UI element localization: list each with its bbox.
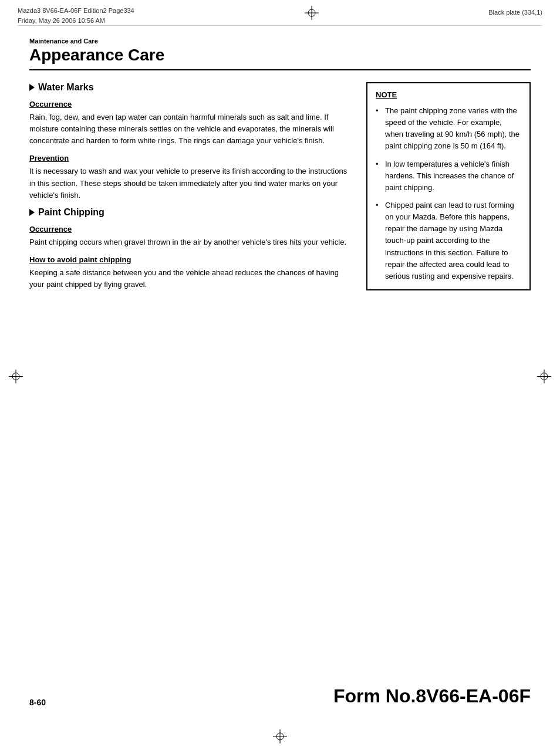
two-col-layout: Water Marks Occurrence Rain, fog, dew, a… <box>29 82 531 296</box>
occurrence-text-water: Rain, fog, dew, and even tap water can c… <box>29 111 349 147</box>
occurrence-heading-water: Occurrence <box>29 100 349 109</box>
triangle-bullet-paint <box>29 209 35 216</box>
triangle-bullet-water <box>29 84 35 91</box>
left-column: Water Marks Occurrence Rain, fog, dew, a… <box>29 82 349 296</box>
note-title: NOTE <box>376 90 521 99</box>
top-center-reg-mark <box>305 6 319 22</box>
section-title: Appearance Care <box>29 46 531 65</box>
prevention-heading: Prevention <box>29 154 349 163</box>
left-reg-mark <box>9 369 23 385</box>
note-list: The paint chipping zone varies with the … <box>376 105 521 282</box>
main-content: Maintenance and Care Appearance Care Wat… <box>0 26 560 308</box>
how-to-avoid-heading: How to avoid paint chipping <box>29 255 349 264</box>
water-marks-heading: Water Marks <box>29 82 349 93</box>
bottom-center-reg-mark <box>273 729 287 745</box>
page-container: Mazda3 8V66-EA-06F Edition2 Page334 Frid… <box>0 0 560 754</box>
occurrence-text-paint: Paint chipping occurs when gravel thrown… <box>29 236 349 248</box>
top-header: Mazda3 8V66-EA-06F Edition2 Page334 Frid… <box>0 0 560 25</box>
paint-chipping-heading: Paint Chipping <box>29 207 349 218</box>
section-label: Maintenance and Care <box>29 38 531 45</box>
prevention-text: It is necessary to wash and wax your veh… <box>29 165 349 201</box>
note-box: NOTE The paint chipping zone varies with… <box>366 82 531 290</box>
header-left: Mazda3 8V66-EA-06F Edition2 Page334 Frid… <box>18 6 134 25</box>
note-item-2: In low temperatures a vehicle's finish h… <box>376 158 521 194</box>
right-reg-mark <box>537 369 551 385</box>
form-number: Form No.8V66-EA-06F <box>333 685 531 707</box>
page-bottom: 8-60 Form No.8V66-EA-06F <box>29 685 531 707</box>
note-item-1: The paint chipping zone varies with the … <box>376 105 521 153</box>
title-divider <box>29 69 531 70</box>
how-to-avoid-text: Keeping a safe distance between you and … <box>29 267 349 290</box>
page-number: 8-60 <box>29 698 46 707</box>
header-left-line2: Friday, May 26 2006 10:56 AM <box>18 16 134 26</box>
water-marks-title: Water Marks <box>38 82 94 93</box>
occurrence-heading-paint: Occurrence <box>29 225 349 234</box>
right-column: NOTE The paint chipping zone varies with… <box>366 82 531 290</box>
header-left-line1: Mazda3 8V66-EA-06F Edition2 Page334 <box>18 6 134 16</box>
paint-chipping-title: Paint Chipping <box>38 207 104 218</box>
note-item-3: Chipped paint can lead to rust forming o… <box>376 200 521 282</box>
header-right: Black plate (334,1) <box>488 6 542 16</box>
